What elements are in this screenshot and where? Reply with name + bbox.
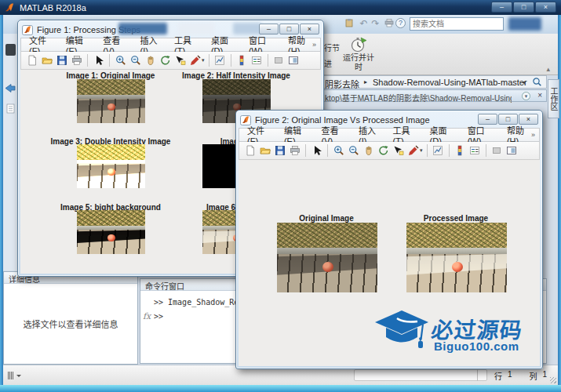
left-toolbar-strip <box>3 34 17 270</box>
cursor-position: 行 1 列 1 <box>494 370 547 382</box>
details-empty-text: 选择文件以查看详细信息 <box>4 284 137 364</box>
new-figure-icon[interactable] <box>243 144 257 158</box>
command-prompt[interactable]: >> <box>154 312 163 321</box>
pan-icon[interactable] <box>144 54 157 67</box>
main-title-bar: MATLAB R2018a – □ × <box>0 0 561 15</box>
status-separator <box>477 369 478 381</box>
new-script-icon[interactable] <box>5 44 16 56</box>
doc-search-box <box>410 17 504 31</box>
save-icon[interactable] <box>55 54 68 67</box>
breadcrumb-parent[interactable]: 阴影去除 <box>325 78 359 90</box>
plot-tools-on-icon[interactable] <box>505 144 519 158</box>
save-icon[interactable] <box>273 144 286 158</box>
print-icon[interactable] <box>288 144 301 158</box>
data-cursor-icon[interactable] <box>392 144 405 158</box>
fx-indicator: fx <box>143 311 151 321</box>
login-button-blurred[interactable] <box>508 17 541 31</box>
print-quick-icon[interactable] <box>383 18 395 30</box>
link-plot-icon[interactable] <box>432 144 445 158</box>
pointer-icon[interactable] <box>92 54 105 67</box>
figure1-menu-bar: 文件(F) 编辑(E) 查看(V) 插入(I) 工具(T) 桌面(D) 窗口(W… <box>20 38 321 52</box>
menu-overflow-icon[interactable]: » <box>312 41 316 49</box>
data-cursor-icon[interactable] <box>173 54 187 67</box>
doc-search-input[interactable] <box>410 20 519 28</box>
maximize-button[interactable]: □ <box>513 2 534 13</box>
pointer-icon[interactable] <box>310 144 323 158</box>
line-value: 1 <box>508 370 512 382</box>
zoom-out-icon[interactable] <box>347 144 360 158</box>
resize-grip[interactable] <box>550 377 556 383</box>
ribbon-partial-text-bottom: 进 <box>324 57 332 69</box>
close-button[interactable]: × <box>535 2 556 13</box>
column-value: 1 <box>542 370 547 382</box>
image1-original <box>77 79 145 123</box>
pan-icon[interactable] <box>362 144 375 158</box>
zoom-in-icon[interactable] <box>332 144 345 158</box>
redo-icon[interactable]: ↷ <box>370 18 381 30</box>
open-file-icon[interactable] <box>40 54 53 67</box>
brush-dropdown-icon[interactable]: ▾ <box>202 57 205 64</box>
stopwatch-icon <box>350 36 367 53</box>
details-panel: 详细信息 选择文件以查看详细信息 <box>3 271 138 365</box>
link-plot-icon[interactable] <box>213 54 227 67</box>
breadcrumb-current[interactable]: Shadow-Removal-Using-MATlab-master <box>373 78 527 87</box>
brush-dropdown-icon[interactable]: ▾ <box>420 147 423 154</box>
folder-list-icon[interactable] <box>6 103 15 117</box>
brush-icon[interactable] <box>406 144 420 158</box>
ribbon-partial-text-top: 行节 <box>324 42 340 53</box>
legend-icon[interactable] <box>468 144 482 158</box>
editor-file-path: ktop\基于MATLAB的阴影去除\Shadow-Removal-Using-… <box>325 92 512 103</box>
paste-icon[interactable] <box>343 18 355 30</box>
graduation-cap-icon <box>373 309 430 359</box>
back-arrow-icon[interactable] <box>4 82 16 96</box>
zoom-in-icon[interactable] <box>114 54 127 67</box>
editor-actions-icon[interactable]: ▾ <box>522 92 530 100</box>
zoom-out-icon[interactable] <box>129 54 142 67</box>
plot-tools-on-icon[interactable] <box>287 54 301 67</box>
minimize-button[interactable]: – <box>491 2 512 13</box>
matlab-main-window: MATLAB R2018a – □ × ↶ ↷ ? ▾ 行节 进 运行并计时 ▴ <box>0 0 561 392</box>
main-window-title: MATLAB R2018a <box>20 3 86 13</box>
figure2-window: Figure 2: Original Image Vs Processed Im… <box>235 110 543 369</box>
address-dropdown-icon[interactable]: ▾ <box>523 79 526 86</box>
main-window-controls: – □ × <box>491 2 556 13</box>
figure2-menu-bar: 文件(F) 编辑(E) 查看(V) 插入(I) 工具(T) 桌面(D) 窗口(W… <box>239 128 540 142</box>
help-icon[interactable]: ? <box>395 18 406 28</box>
colorbar-icon[interactable] <box>235 54 249 67</box>
original-image <box>277 223 377 292</box>
status-message-field <box>354 369 487 381</box>
original-image-label: Original Image <box>264 214 389 223</box>
workspace-tab[interactable]: 工作区 <box>548 79 559 118</box>
colorbar-icon[interactable] <box>454 144 467 158</box>
brush-icon[interactable] <box>188 54 202 67</box>
status-menu-button[interactable] <box>8 371 21 379</box>
processed-image-label: Processed Image <box>393 214 519 223</box>
plot-tools-off-icon[interactable] <box>490 144 504 158</box>
run-and-time-label: 运行并计时 <box>343 53 374 71</box>
window-border-bottom <box>0 385 561 392</box>
image5-bright-background <box>77 210 145 254</box>
run-and-time-button[interactable]: 运行并计时 <box>341 36 377 74</box>
column-label: 列 <box>529 370 537 382</box>
folder-search-icon[interactable] <box>532 77 542 89</box>
figure2-toolbar: ▾ <box>239 142 540 160</box>
image3-double-intensity <box>77 144 145 188</box>
open-file-icon[interactable] <box>258 144 271 158</box>
line-label: 行 <box>494 370 502 382</box>
matlab-logo-icon <box>5 2 15 13</box>
processed-image <box>406 223 507 292</box>
ribbon-collapse-icon[interactable]: ▴ <box>546 65 550 73</box>
figure1-toolbar: ▾ <box>20 52 321 70</box>
new-figure-icon[interactable] <box>25 54 38 67</box>
window-border-right <box>558 15 561 385</box>
undo-icon[interactable]: ↶ <box>358 18 370 30</box>
rotate-3d-icon[interactable] <box>377 144 390 158</box>
breadcrumb-separator-icon: ▸ <box>364 78 367 85</box>
figure2-canvas: Original Image Processed Image 必过源码 Bigu… <box>239 160 540 366</box>
plot-tools-off-icon[interactable] <box>272 54 286 67</box>
rotate-3d-icon[interactable] <box>158 54 172 67</box>
print-icon[interactable] <box>70 54 83 67</box>
editor-close-icon[interactable]: × <box>537 91 542 100</box>
legend-icon[interactable] <box>250 54 264 67</box>
menu-overflow-icon[interactable]: » <box>531 131 535 139</box>
